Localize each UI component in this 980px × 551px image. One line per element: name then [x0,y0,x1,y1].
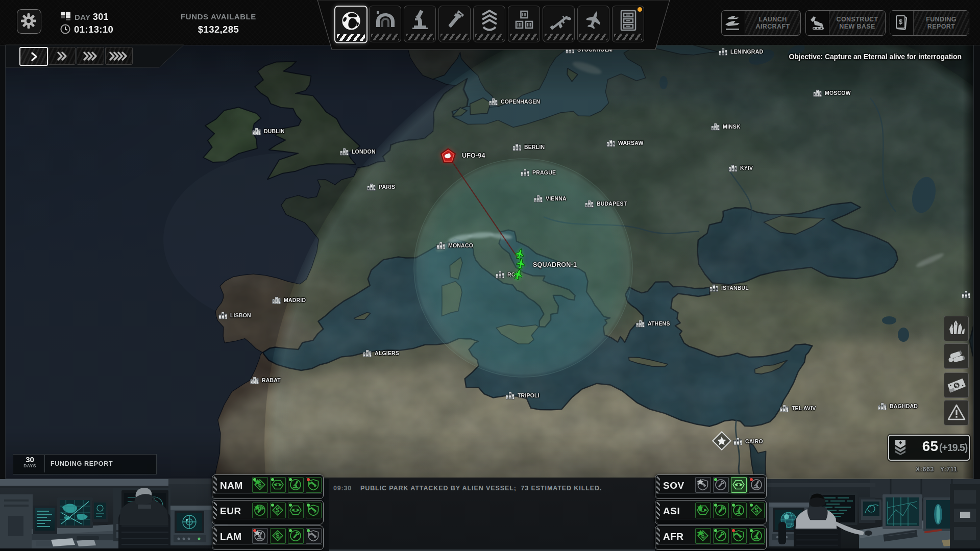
svg-text:$: $ [898,18,902,26]
